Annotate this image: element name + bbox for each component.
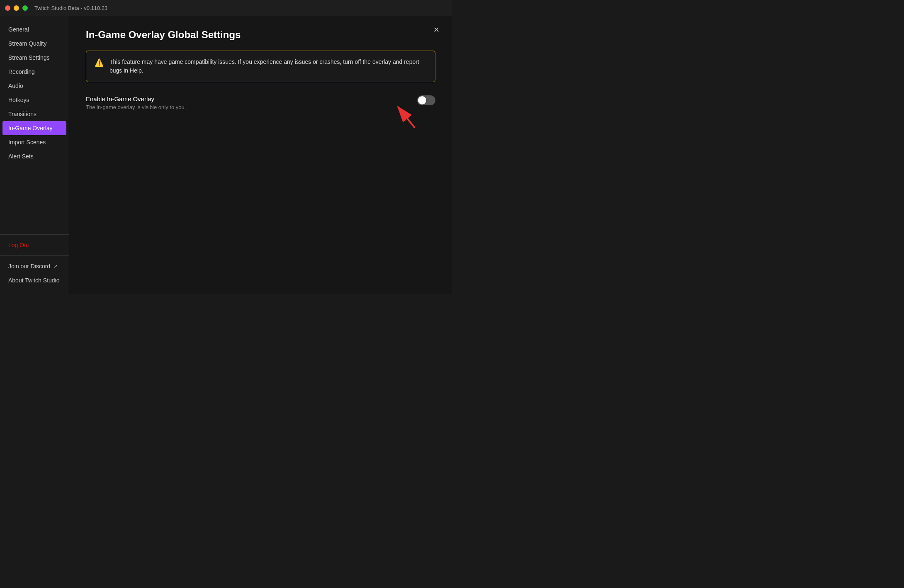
enable-overlay-toggle[interactable] <box>417 95 435 105</box>
close-button[interactable]: ✕ <box>430 24 442 36</box>
sidebar-item-import-scenes[interactable]: Import Scenes <box>0 135 69 149</box>
toggle-knob <box>418 96 426 104</box>
setting-info: Enable In-Game Overlay The in-game overl… <box>86 95 186 110</box>
minimize-window-button[interactable] <box>14 5 19 11</box>
sidebar-item-stream-settings[interactable]: Stream Settings <box>0 51 69 65</box>
warning-icon: ⚠️ <box>95 58 104 67</box>
setting-label: Enable In-Game Overlay <box>86 95 186 102</box>
sidebar-item-audio[interactable]: Audio <box>0 79 69 93</box>
discord-link[interactable]: Join our Discord ↗ <box>0 259 69 273</box>
about-link-label: About Twitch Studio <box>8 277 59 284</box>
content-area: ✕ In-Game Overlay Global Settings ⚠️ Thi… <box>69 16 452 294</box>
sidebar: General Stream Quality Stream Settings R… <box>0 16 69 294</box>
sidebar-item-alert-sets[interactable]: Alert Sets <box>0 149 69 163</box>
sidebar-item-in-game-overlay[interactable]: In-Game Overlay <box>2 121 66 135</box>
external-link-icon: ↗ <box>53 263 58 269</box>
close-window-button[interactable] <box>5 5 10 11</box>
sidebar-item-general[interactable]: General <box>0 22 69 36</box>
about-link[interactable]: About Twitch Studio <box>0 273 69 287</box>
sidebar-item-recording[interactable]: Recording <box>0 65 69 79</box>
toggle-container <box>417 95 435 105</box>
main-layout: General Stream Quality Stream Settings R… <box>0 16 452 294</box>
maximize-window-button[interactable] <box>22 5 28 11</box>
titlebar-title: Twitch Studio Beta - v0.110.23 <box>34 5 107 11</box>
sidebar-divider <box>0 255 69 256</box>
setting-row: Enable In-Game Overlay The in-game overl… <box>86 95 435 110</box>
discord-link-label: Join our Discord <box>8 263 50 270</box>
titlebar: Twitch Studio Beta - v0.110.23 <box>0 0 452 16</box>
warning-text: This feature may have game compatibility… <box>109 58 427 75</box>
page-title: In-Game Overlay Global Settings <box>86 29 435 41</box>
sidebar-nav: General Stream Quality Stream Settings R… <box>0 19 69 167</box>
logout-button[interactable]: Log Out <box>0 238 69 252</box>
sidebar-item-stream-quality[interactable]: Stream Quality <box>0 36 69 51</box>
setting-description: The in-game overlay is visible only to y… <box>86 104 186 110</box>
sidebar-bottom: Log Out Join our Discord ↗ About Twitch … <box>0 234 69 291</box>
sidebar-item-hotkeys[interactable]: Hotkeys <box>0 93 69 107</box>
warning-banner: ⚠️ This feature may have game compatibil… <box>86 51 435 82</box>
sidebar-item-transitions[interactable]: Transitions <box>0 107 69 121</box>
